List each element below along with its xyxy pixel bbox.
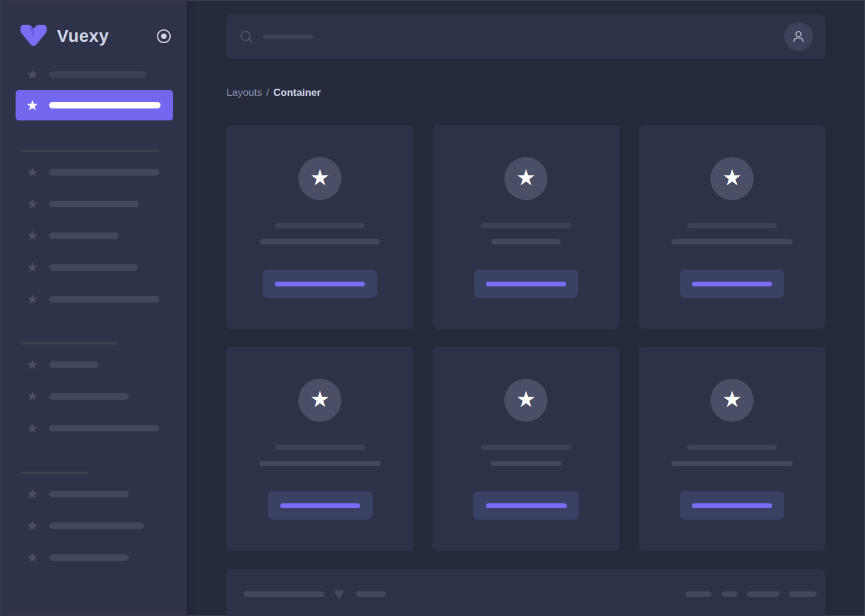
card-avatar: ★: [710, 157, 754, 200]
nav-group: ★★★: [1, 342, 187, 435]
sidebar-item[interactable]: ★: [1, 421, 187, 435]
vuexy-logo-icon: [19, 24, 48, 48]
card: ★: [639, 347, 825, 551]
sidebar-toggle-radio-icon[interactable]: [156, 29, 171, 44]
nav-label-placeholder: [49, 491, 129, 497]
card-subtitle-placeholder: [260, 239, 380, 244]
sidebar-item[interactable]: ★: [1, 487, 187, 501]
card-button[interactable]: [473, 491, 579, 520]
star-icon: ★: [25, 421, 40, 435]
card-avatar: ★: [504, 379, 548, 422]
star-icon: ★: [25, 357, 40, 372]
card-button-label-placeholder: [692, 282, 772, 286]
sidebar-item[interactable]: ★: [1, 518, 187, 533]
nav-label-placeholder: [49, 296, 159, 303]
card: ★: [639, 125, 825, 329]
card-button-label-placeholder: [692, 503, 772, 508]
card-button-label-placeholder: [275, 282, 365, 286]
star-icon: ★: [25, 197, 40, 211]
nav-section-divider: [20, 150, 159, 152]
star-icon: ★: [25, 518, 40, 533]
card-avatar: ★: [298, 379, 341, 422]
nav-group: ★★: [1, 67, 187, 120]
star-icon: ★: [25, 228, 40, 243]
nav-label-placeholder: [49, 425, 159, 431]
sidebar-item[interactable]: ★: [1, 260, 187, 274]
footer-card: ♥: [226, 569, 825, 616]
nav-group: ★★★★★: [1, 150, 187, 306]
star-icon: ★: [722, 167, 742, 189]
heart-icon: ♥: [334, 587, 344, 601]
star-icon: ★: [516, 167, 536, 189]
nav-section-divider: [20, 472, 88, 474]
card: ★: [432, 125, 619, 329]
nav-label-placeholder: [49, 71, 146, 78]
card-subtitle-placeholder: [672, 239, 793, 244]
star-icon: ★: [25, 292, 40, 306]
star-icon: ★: [25, 260, 40, 274]
nav-label-placeholder: [49, 232, 119, 239]
breadcrumb-separator: /: [267, 87, 270, 98]
search-placeholder: [263, 35, 314, 39]
card-button[interactable]: [680, 270, 784, 298]
sidebar-item[interactable]: ★: [1, 357, 187, 372]
sidebar-item[interactable]: ★: [1, 165, 187, 179]
star-icon: ★: [722, 388, 742, 410]
star-icon: ★: [25, 98, 40, 113]
footer-link-placeholder: [789, 591, 816, 597]
card-button-label-placeholder: [486, 282, 566, 286]
sidebar-item[interactable]: ★: [1, 550, 187, 564]
card-button[interactable]: [263, 270, 377, 298]
nav-label-placeholder: [49, 523, 144, 529]
card-title-placeholder: [481, 445, 571, 450]
card-title-placeholder: [275, 445, 365, 450]
footer-text-placeholder: [356, 591, 386, 597]
app-window: Vuexy ★★★★★★★★★★★★★: [0, 0, 865, 616]
card-title-placeholder: [687, 223, 777, 228]
card-avatar: ★: [710, 379, 754, 422]
sidebar-item[interactable]: ★: [1, 67, 187, 81]
main-content: Layouts/Container ★★★★★★ ♥: [187, 1, 864, 615]
card-subtitle-placeholder: [259, 461, 381, 466]
star-icon: ★: [516, 388, 536, 410]
card-title-placeholder: [481, 223, 571, 228]
card-subtitle-placeholder: [672, 461, 793, 466]
breadcrumb-parent-link[interactable]: Layouts: [226, 87, 262, 98]
card-button-label-placeholder: [280, 503, 360, 508]
user-avatar-button[interactable]: [784, 22, 813, 51]
search-bar[interactable]: [226, 14, 825, 59]
sidebar-item[interactable]: ★: [1, 197, 187, 211]
card-subtitle-placeholder: [491, 239, 561, 244]
card-button[interactable]: [680, 491, 784, 520]
star-icon: ★: [25, 165, 40, 179]
card: ★: [226, 347, 413, 551]
sidebar-item[interactable]: ★: [1, 228, 187, 243]
brand-name: Vuexy: [57, 26, 109, 46]
card-avatar: ★: [298, 157, 341, 200]
nav-label-placeholder: [49, 169, 159, 176]
nav-label-placeholder: [49, 264, 138, 271]
card-title-placeholder: [687, 445, 777, 450]
star-icon: ★: [25, 389, 40, 403]
card-title-placeholder: [275, 223, 365, 228]
card: ★: [432, 347, 619, 551]
nav-label-placeholder: [49, 201, 139, 207]
card-button[interactable]: [268, 491, 373, 520]
footer-link-placeholder: [747, 591, 779, 597]
breadcrumb: Layouts/Container: [226, 87, 864, 98]
card-avatar: ★: [504, 157, 548, 200]
sidebar-item-active[interactable]: ★: [16, 90, 173, 120]
sidebar-item[interactable]: ★: [1, 389, 187, 403]
nav-label-placeholder: [49, 393, 129, 400]
sidebar-nav: ★★★★★★★★★★★★★: [1, 50, 187, 564]
nav-label-placeholder: [49, 102, 161, 108]
card: ★: [226, 125, 413, 329]
search-icon: [240, 30, 253, 44]
sidebar: Vuexy ★★★★★★★★★★★★★: [1, 1, 187, 615]
card-button[interactable]: [474, 270, 578, 298]
nav-label-placeholder: [49, 554, 129, 561]
card-subtitle-placeholder: [491, 461, 562, 466]
sidebar-item[interactable]: ★: [1, 292, 187, 306]
breadcrumb-current: Container: [273, 87, 320, 98]
nav-group: ★★★: [1, 472, 187, 564]
